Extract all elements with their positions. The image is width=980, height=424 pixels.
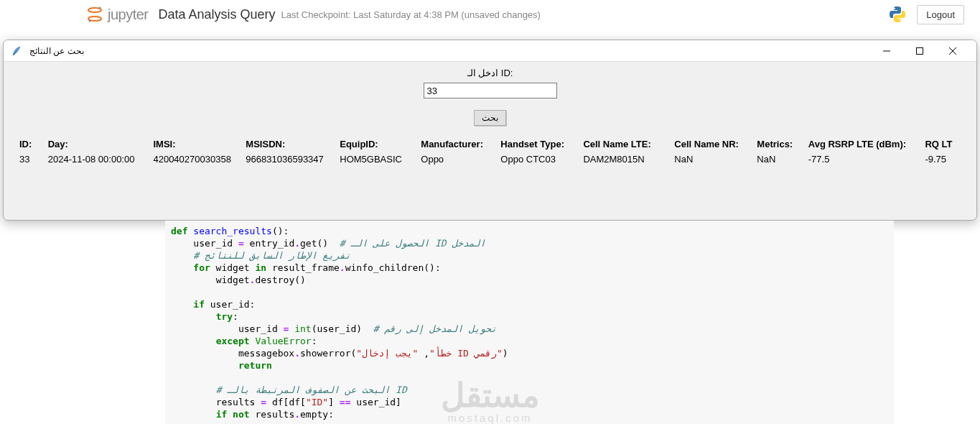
result-col: Avg RSRP LTE (dBm):-77.5 bbox=[808, 139, 925, 165]
col-value: NaN bbox=[757, 154, 801, 165]
result-col: Handset Type:Oppo CTC03 bbox=[500, 139, 583, 165]
checkpoint-text: Last Checkpoint: Last Saturday at 4:38 P… bbox=[281, 9, 541, 20]
close-button[interactable] bbox=[936, 40, 969, 62]
col-value: -9.75 bbox=[925, 154, 953, 165]
col-header: RQ LT bbox=[925, 139, 953, 149]
col-value: DAM2M8015N bbox=[583, 154, 667, 165]
result-col: Metrics:NaN bbox=[757, 139, 808, 165]
result-col: ID:33 bbox=[19, 139, 48, 165]
id-entry-input[interactable] bbox=[424, 83, 557, 98]
col-value: 33 bbox=[19, 154, 41, 165]
col-value: 2024-11-08 00:00:00 bbox=[48, 154, 146, 165]
col-value: NaN bbox=[674, 154, 750, 165]
col-value: -77.5 bbox=[808, 154, 918, 165]
col-value: Oppo bbox=[421, 154, 493, 165]
col-header: Avg RSRP LTE (dBm): bbox=[808, 139, 918, 149]
notebook-name[interactable]: Data Analysis Query bbox=[159, 7, 276, 22]
col-value: HOM5GBASIC bbox=[340, 154, 414, 165]
python-icon bbox=[888, 5, 907, 24]
col-header: Metrics: bbox=[757, 139, 801, 149]
col-header: Cell Name LTE: bbox=[583, 139, 667, 149]
jupyter-logo[interactable]: jupyter bbox=[86, 6, 149, 23]
id-prompt-label: ادخل الـ ID: bbox=[467, 68, 513, 78]
tk-window-title: بحث عن النتائج bbox=[28, 46, 870, 56]
col-value: Oppo CTC03 bbox=[500, 154, 576, 165]
svg-point-4 bbox=[100, 19, 101, 21]
result-col: IMSI:420040270030358 bbox=[153, 139, 246, 165]
logout-button[interactable]: Logout bbox=[917, 5, 964, 24]
svg-point-3 bbox=[89, 20, 91, 22]
col-header: ID: bbox=[19, 139, 41, 149]
tk-titlebar[interactable]: بحث عن النتائج bbox=[4, 40, 976, 62]
svg-point-2 bbox=[99, 7, 101, 9]
col-header: MSISDN: bbox=[246, 139, 332, 149]
result-col: RQ LT-9.75 bbox=[925, 139, 961, 165]
col-header: Day: bbox=[48, 139, 146, 149]
col-value: 420040270030358 bbox=[153, 154, 238, 165]
code-cell[interactable]: def search_results(): user_id = entry_id… bbox=[165, 221, 894, 424]
tk-feather-icon bbox=[11, 45, 22, 57]
col-header: Cell Name NR: bbox=[674, 139, 750, 149]
col-header: Manufacturer: bbox=[421, 139, 493, 149]
jupyter-icon bbox=[86, 6, 103, 23]
jupyter-header: jupyter Data Analysis Query Last Checkpo… bbox=[0, 0, 980, 27]
svg-rect-9 bbox=[917, 47, 923, 54]
search-button[interactable]: بحث bbox=[474, 110, 506, 126]
col-header: EquipID: bbox=[340, 139, 414, 149]
col-value: 966831036593347 bbox=[246, 154, 332, 165]
maximize-button[interactable] bbox=[903, 40, 936, 62]
col-header: IMSI: bbox=[153, 139, 238, 149]
result-col: EquipID:HOM5GBASIC bbox=[340, 139, 421, 165]
result-row: ID:33Day:2024-11-08 00:00:00IMSI:4200402… bbox=[4, 139, 976, 165]
svg-point-5 bbox=[894, 8, 895, 9]
tk-window: بحث عن النتائج ادخل الـ ID: بحث ID:33Day… bbox=[3, 40, 977, 221]
result-col: MSISDN:966831036593347 bbox=[246, 139, 340, 165]
col-header: Handset Type: bbox=[500, 139, 576, 149]
result-col: Manufacturer:Oppo bbox=[421, 139, 500, 165]
jupyter-text: jupyter bbox=[108, 6, 149, 23]
minimize-button[interactable] bbox=[870, 40, 903, 62]
result-col: Day:2024-11-08 00:00:00 bbox=[48, 139, 154, 165]
result-col: Cell Name NR:NaN bbox=[674, 139, 757, 165]
svg-point-6 bbox=[900, 19, 901, 21]
result-col: Cell Name LTE:DAM2M8015N bbox=[583, 139, 674, 165]
